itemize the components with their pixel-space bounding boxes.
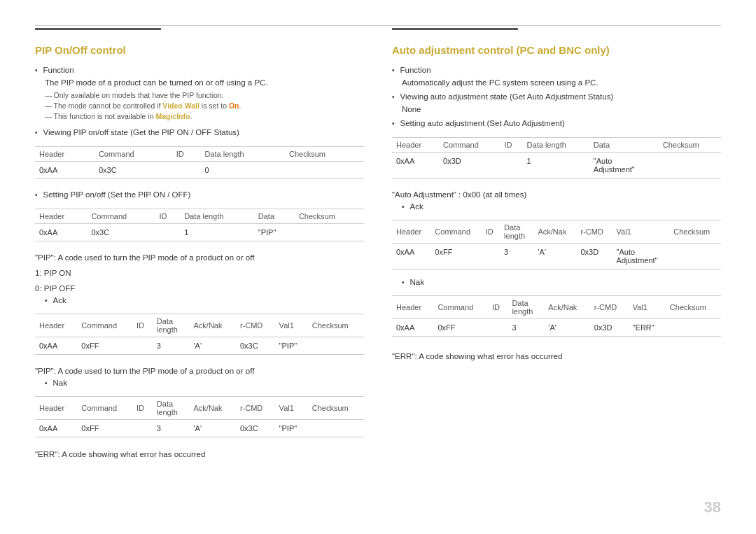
right-column: Auto adjustment control (PC and BNC only… xyxy=(392,28,721,506)
right-table2: Header Command ID Datalength Ack/Nak r-C… xyxy=(392,220,721,269)
right-ack-label: Ack xyxy=(410,202,424,211)
right-function-label: Function xyxy=(400,66,431,74)
page-number: 38 xyxy=(704,498,721,517)
table-row: 0xAA 0xFF 3 'A' 0x3C "PIP" xyxy=(35,420,364,437)
ack-bullet: • Ack xyxy=(45,296,364,304)
th-id: ID xyxy=(172,147,201,162)
bullet-dot-ack: • xyxy=(45,297,48,304)
left-column: PIP On/Off control • Function The PIP mo… xyxy=(35,28,364,506)
note1: Only available on models that have the P… xyxy=(45,91,364,99)
table3: Header Command ID Datalength Ack/Nak r-C… xyxy=(35,314,364,355)
pip-note1: "PIP": A code used to turn the PIP mode … xyxy=(35,253,364,262)
nak-label: Nak xyxy=(53,379,67,387)
table4: Header Command ID Datalength Ack/Nak r-C… xyxy=(35,396,364,437)
on-highlight: On xyxy=(229,101,239,110)
viewing-auto-value: None xyxy=(402,105,721,113)
table-row: 0xAA 0xFF 3 'A' 0x3C "PIP" xyxy=(35,337,364,355)
table-row: 0xAA 0x3C 1 "PIP" xyxy=(35,224,364,241)
th-checksum: Checksum xyxy=(285,147,364,162)
table2: Header Command ID Data length Data Check… xyxy=(35,209,364,241)
bullet-dot: • xyxy=(35,66,38,74)
bullet-dot-3: • xyxy=(35,191,38,199)
left-function-text: The PIP mode of a product can be turned … xyxy=(45,78,364,87)
right-table3-section: Header Command ID Datalength Ack/Nak r-C… xyxy=(392,295,721,337)
pip-note3: 0: PIP OFF xyxy=(35,284,364,293)
nak-bullet: • Nak xyxy=(45,379,364,387)
table-row: 0xAA 0x3C 0 xyxy=(35,162,364,179)
th-header: Header xyxy=(35,147,94,162)
table-row: 0xAA 0xFF 3 'A' 0x3D "AutoAdjustment" xyxy=(392,244,721,269)
right-top-border xyxy=(392,28,518,30)
table-row: 0xAA 0xFF 3 'A' 0x3D "ERR" xyxy=(392,319,721,337)
left-err-note: "ERR": A code showing what error has occ… xyxy=(35,450,364,458)
pip-note-ack: "PIP": A code used to turn the PIP mode … xyxy=(35,367,364,375)
table4-section: Header Command ID Datalength Ack/Nak r-C… xyxy=(35,396,364,437)
right-table1-section: Header Command ID Data length Data Check… xyxy=(392,137,721,178)
left-function-label: Function xyxy=(43,66,74,74)
right-err-note: "ERR": A code showing what error has occ… xyxy=(392,352,721,360)
right-nak-bullet: • Nak xyxy=(402,278,721,286)
table1-section: Header Command ID Data length Checksum 0… xyxy=(35,146,364,179)
left-function-bullet: • Function xyxy=(35,66,364,74)
right-nak-label: Nak xyxy=(410,278,424,286)
bullet-dot-2: • xyxy=(35,129,38,136)
table2-section: Header Command ID Data length Data Check… xyxy=(35,209,364,241)
viewing-pip-bullet: • Viewing PIP on/off state (Get the PIP … xyxy=(35,128,364,136)
ack-label: Ack xyxy=(53,296,66,304)
right-ack-bullet: • Ack xyxy=(402,202,721,211)
setting-auto-bullet: • Setting auto adjustment (Set Auto Adju… xyxy=(392,119,721,127)
table3-section: Header Command ID Datalength Ack/Nak r-C… xyxy=(35,314,364,355)
top-rule xyxy=(35,25,721,26)
setting-auto-label: Setting auto adjustment (Set Auto Adjust… xyxy=(400,119,565,127)
note2: The mode cannot be controlled if Video W… xyxy=(45,101,364,110)
setting-pip-bullet: • Setting PIP on/off (Set the PIP ON / O… xyxy=(35,190,364,199)
viewing-auto-bullet: • Viewing auto adjustment state (Get Aut… xyxy=(392,92,721,101)
right-table2-section: Header Command ID Datalength Ack/Nak r-C… xyxy=(392,220,721,269)
bullet-dot-nak: • xyxy=(45,379,48,387)
video-wall-highlight: Video Wall xyxy=(162,101,200,110)
pip-note2: 1: PIP ON xyxy=(35,269,364,277)
table-row: 0xAA 0x3D 1 "AutoAdjustment" xyxy=(392,153,721,178)
left-section-title: PIP On/Off control xyxy=(35,44,364,56)
left-top-border xyxy=(35,28,161,30)
right-table3: Header Command ID Datalength Ack/Nak r-C… xyxy=(392,295,721,337)
note3: This function is not available in MagicI… xyxy=(45,112,364,120)
setting-pip-label: Setting PIP on/off (Set the PIP ON / OFF… xyxy=(43,190,191,199)
viewing-pip-label: Viewing PIP on/off state (Get the PIP ON… xyxy=(43,128,239,136)
right-section-title: Auto adjustment control (PC and BNC only… xyxy=(392,44,721,56)
auto-note: "Auto Adjustment" : 0x00 (at all times) xyxy=(392,190,721,199)
magicinfo-highlight: MagicInfo xyxy=(155,112,190,120)
right-function-bullet: • Function xyxy=(392,66,721,74)
right-table1: Header Command ID Data length Data Check… xyxy=(392,137,721,178)
right-function-text: Automatically adjust the PC system scree… xyxy=(402,78,721,87)
th-datalength: Data length xyxy=(200,147,285,162)
th-command: Command xyxy=(94,147,172,162)
table1: Header Command ID Data length Checksum 0… xyxy=(35,146,364,179)
viewing-auto-label: Viewing auto adjustment state (Get Auto … xyxy=(400,92,614,101)
